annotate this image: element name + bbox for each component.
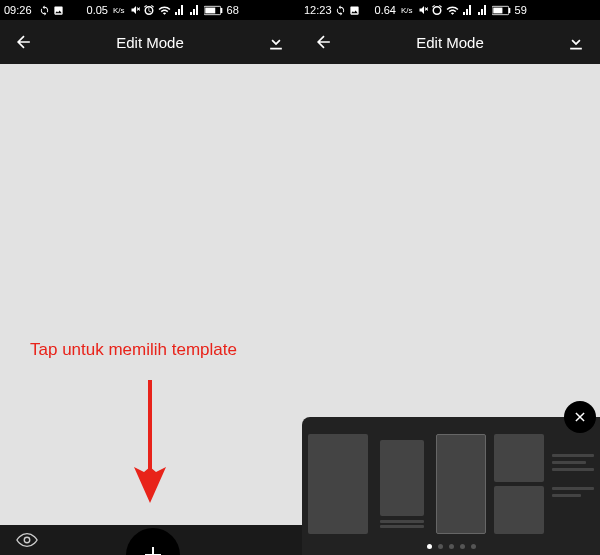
svg-rect-2 [205,7,215,13]
wifi-icon [446,4,459,17]
svg-marker-9 [134,467,166,503]
page-dot[interactable] [427,544,432,549]
svg-point-4 [434,8,440,14]
annotation-arrow-icon [130,375,170,505]
signal-icon-1 [174,4,186,16]
signal-icon-2 [477,4,489,16]
svg-point-10 [24,537,30,543]
template-option[interactable] [436,434,486,534]
page-indicator [302,544,600,555]
template-option[interactable] [552,434,594,534]
status-battery-2: 59 [515,4,527,16]
template-option[interactable] [308,434,368,534]
status-netunit: K/s [113,6,125,15]
status-time: 09:26 [4,4,32,16]
page-dot[interactable] [471,544,476,549]
page-dot[interactable] [449,544,454,549]
annotation-text: Tap untuk memilih template [30,340,237,360]
battery-icon [492,5,512,16]
back-button[interactable] [12,30,36,54]
status-bar: 09:26 0.05 K/s 68 12:23 0.64 K/s [0,0,600,20]
svg-rect-7 [508,8,510,13]
alarm-icon [143,4,155,16]
download-button[interactable] [564,30,588,54]
alarm-icon [431,4,443,16]
svg-rect-6 [493,7,502,13]
template-picker [302,417,600,555]
preview-button[interactable] [12,525,42,555]
image-icon [53,5,64,16]
app-bar: Edit Mode Edit Mode [0,20,600,64]
signal-icon-1 [462,4,474,16]
status-time-2: 12:23 [304,4,332,16]
status-netspeed-2: 0.64 [375,4,396,16]
page-dot[interactable] [438,544,443,549]
sync-icon [39,5,50,16]
image-icon [349,5,360,16]
template-option[interactable] [494,434,544,534]
download-button[interactable] [264,30,288,54]
signal-icon-2 [189,4,201,16]
mute-icon [416,4,428,16]
mute-icon [128,4,140,16]
svg-rect-3 [220,8,222,13]
wifi-icon [158,4,171,17]
page-dot[interactable] [460,544,465,549]
status-battery: 68 [227,4,239,16]
page-title: Edit Mode [116,34,184,51]
status-netspeed: 0.05 [87,4,108,16]
close-button[interactable] [564,401,596,433]
status-netunit-2: K/s [401,6,413,15]
back-button[interactable] [312,30,336,54]
sync-icon [335,5,346,16]
page-title: Edit Mode [416,34,484,51]
template-option[interactable] [376,434,428,534]
battery-icon [204,5,224,16]
